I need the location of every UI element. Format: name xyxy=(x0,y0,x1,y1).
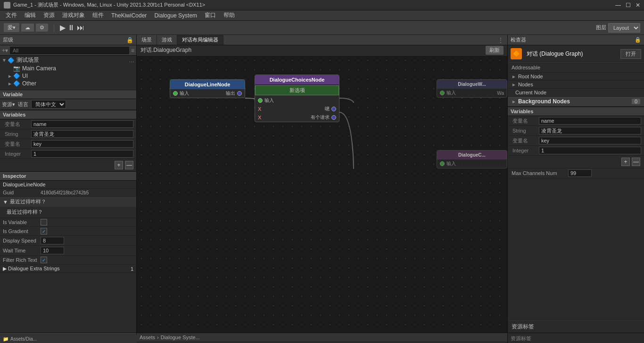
hierarchy-panel-header: 层级 🔒 xyxy=(0,35,136,45)
is-variable-checkbox[interactable] xyxy=(41,219,47,226)
lang-dropdown[interactable]: 简体中文 xyxy=(31,100,66,109)
line-out-port-dot xyxy=(237,91,242,96)
right-var1-value-input[interactable] xyxy=(539,127,641,134)
choices-request-port[interactable]: 有个请求 xyxy=(311,114,336,121)
menu-help[interactable]: 帮助 xyxy=(220,10,239,20)
wait-time-label: Wait Time xyxy=(3,248,41,253)
line-out-port[interactable]: 输出 xyxy=(226,90,242,97)
dialogue-w-node[interactable]: DialogueW... 输入 Wa xyxy=(437,79,507,98)
menu-component[interactable]: 组件 xyxy=(89,10,107,20)
menu-window[interactable]: 窗口 xyxy=(201,10,220,20)
step-btn[interactable]: ⏭ xyxy=(77,24,84,32)
right-var1-name-input[interactable] xyxy=(539,117,641,125)
var2-name-input[interactable] xyxy=(31,140,133,148)
c-in-port[interactable]: 输入 xyxy=(440,160,456,167)
right-var2-type: Integer xyxy=(511,148,539,153)
bc-dialogue-sys[interactable]: Dialogue Syste... xyxy=(161,335,200,340)
layout-dropdown[interactable]: Layout xyxy=(608,23,640,33)
hierarchy-item-maincamera[interactable]: 📷 Main Camera xyxy=(0,65,136,72)
var-add-btn[interactable]: + xyxy=(115,161,123,169)
graph-tab-options[interactable]: ⋮ xyxy=(494,37,507,43)
cloud-btn[interactable]: ☁ xyxy=(21,24,34,32)
love-dropdown[interactable]: 爱▾ xyxy=(4,23,19,32)
pause-btn[interactable]: ⏸ xyxy=(67,24,75,32)
display-speed-input[interactable] xyxy=(41,237,64,244)
graph-canvas[interactable]: DialogueLineNode 输入 输出 DialogueChoicesNo… xyxy=(137,56,507,333)
root-node-row: ► Root Node xyxy=(508,73,644,81)
resources-btn[interactable]: 资源▾ xyxy=(2,101,15,108)
settings-btn[interactable]: ⚙ xyxy=(36,24,48,32)
graph-title: 对话.DialogueGraph xyxy=(140,46,191,54)
var-remove-btn[interactable]: — xyxy=(125,161,133,169)
latest-arrow: ▼ xyxy=(3,199,8,205)
max-channels-input[interactable] xyxy=(568,169,592,177)
ui-arrow: ► xyxy=(8,74,13,79)
line-in-port[interactable]: 输入 xyxy=(173,90,189,97)
var-row-2: 变量名 xyxy=(0,139,136,149)
bc-assets[interactable]: Assets xyxy=(140,335,155,340)
window-controls[interactable]: — ☐ ✕ xyxy=(615,2,640,8)
choices-in-port[interactable]: 输入 xyxy=(258,97,274,104)
right-var-add-btn[interactable]: + xyxy=(621,158,630,166)
hierarchy-search-input[interactable] xyxy=(10,47,129,54)
right-inspector-label: 检查器 xyxy=(511,36,526,43)
other-arrow: ► xyxy=(8,81,13,86)
menu-assets[interactable]: 资源 xyxy=(40,10,58,20)
menu-bar: 文件 编辑 资源 游戏对象 组件 TheKiwiCoder Dialogue S… xyxy=(0,10,644,21)
choices-confirm-port[interactable]: 嗯 xyxy=(325,106,336,112)
toolbar-left: 爱▾ ☁ ⚙ xyxy=(4,23,48,32)
menu-file[interactable]: 文件 xyxy=(2,10,21,20)
line-node-header: DialogueLineNode xyxy=(170,80,245,89)
var2-value-input[interactable] xyxy=(31,150,133,158)
is-gradient-checkbox[interactable]: ✓ xyxy=(41,228,47,234)
plus-icon[interactable]: +▾ xyxy=(2,47,8,54)
var-row-2b: Integer xyxy=(0,149,136,159)
dialogue-line-node[interactable]: DialogueLineNode 输入 输出 xyxy=(170,79,245,98)
hierarchy-item-other[interactable]: ► 🔷 Other xyxy=(0,80,136,87)
refresh-btn[interactable]: 刷新 xyxy=(486,46,504,55)
hierarchy-lock-icon[interactable]: 🔒 xyxy=(126,37,133,43)
var2-type: Integer xyxy=(3,151,31,157)
open-btn[interactable]: 打开 xyxy=(620,49,641,59)
right-var-remove-btn[interactable]: — xyxy=(632,158,640,166)
dialogue-c-node[interactable]: DialogueC... 输入 xyxy=(437,150,507,168)
var1-type: String xyxy=(3,131,31,137)
tab-game[interactable]: 游戏 xyxy=(157,35,177,45)
minimize-btn[interactable]: — xyxy=(615,2,621,8)
dialogue-choices-node[interactable]: DialogueChoicesNode 新选项 输入 X 嗯 X xyxy=(255,75,339,122)
menu-dialogue-system[interactable]: Dialogue System xyxy=(150,11,201,20)
menu-edit[interactable]: 编辑 xyxy=(21,10,40,20)
tab-scene[interactable]: 场景 xyxy=(137,35,157,45)
play-btn[interactable]: ▶ xyxy=(60,23,66,32)
close-btn[interactable]: ✕ xyxy=(636,2,640,8)
w-in-port[interactable]: 输入 xyxy=(440,90,456,96)
inspector-lock-icon[interactable]: 🔒 xyxy=(635,37,641,43)
right-var2-name-input[interactable] xyxy=(539,137,641,144)
menu-thekiwicoder[interactable]: TheKiwiCoder xyxy=(107,11,150,20)
hierarchy-options-icon[interactable]: ≡ xyxy=(131,47,134,54)
bg-nodes-arrow[interactable]: ► xyxy=(512,99,516,104)
right-var2-value-input[interactable] xyxy=(539,147,641,154)
hierarchy-item-scene[interactable]: ▼ 🔷 测试场景 … xyxy=(0,56,136,65)
unity-icon xyxy=(4,2,10,8)
var1-name-input[interactable] xyxy=(31,120,133,128)
choices-request-label: 有个请求 xyxy=(311,114,330,121)
maximize-btn[interactable]: ☐ xyxy=(626,2,631,8)
extra-strings-toggle[interactable]: ▶ Dialogue Extra Strings xyxy=(3,266,60,272)
filter-rich-label: Filter Rich Text xyxy=(3,257,41,263)
wait-time-input[interactable] xyxy=(41,247,64,254)
menu-gameobject[interactable]: 游戏对象 xyxy=(58,10,89,20)
hierarchy-item-ui[interactable]: ► 🔷 UI xyxy=(0,72,136,80)
choices-confirm-dot xyxy=(331,107,336,111)
latest-section-header[interactable]: ▼ 最近过得咋样？ xyxy=(0,197,136,207)
choices-port-x2: X 有个请求 xyxy=(255,113,339,122)
is-gradient-row: Is Gradient ✓ xyxy=(0,227,136,236)
filter-rich-checkbox[interactable]: ✓ xyxy=(41,257,47,263)
right-var-row-2b: Integer xyxy=(508,146,644,156)
tab-dialogue[interactable]: 对话布局编辑器 xyxy=(177,35,223,45)
scene-more-icon[interactable]: … xyxy=(129,57,134,64)
new-choice-btn[interactable]: 新选项 xyxy=(255,85,339,95)
display-speed-row: Display Speed xyxy=(0,236,136,246)
title-text: Game_1 - 测试场景 - Windows, Mac, Linux - Un… xyxy=(13,1,205,8)
var1-value-input[interactable] xyxy=(31,130,133,138)
